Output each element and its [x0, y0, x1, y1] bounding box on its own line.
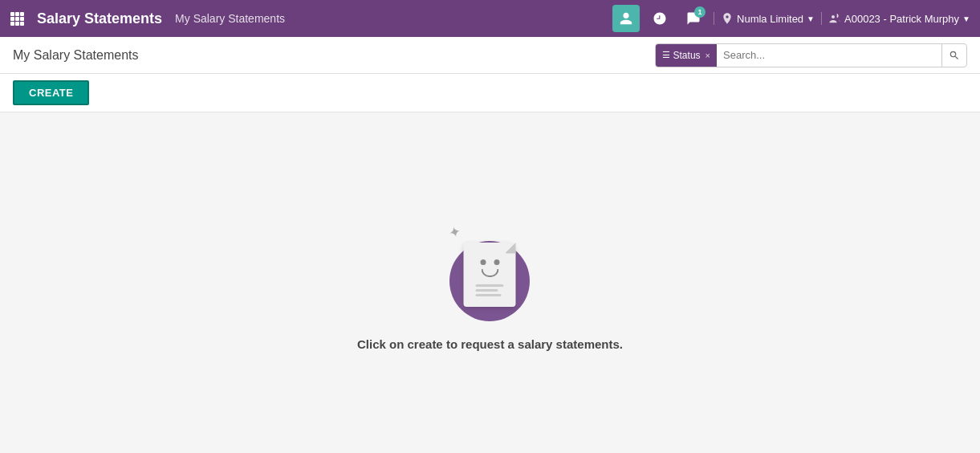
- main-header: Salary Statements My Salary Statements 1…: [0, 0, 980, 37]
- user-name: A00023 - Patrick Murphy: [844, 13, 959, 25]
- svg-rect-0: [10, 12, 14, 16]
- user-icon-btn[interactable]: [612, 5, 640, 32]
- app-title: Salary Statements: [37, 10, 162, 27]
- empty-doc: [464, 243, 516, 307]
- svg-rect-1: [15, 12, 19, 16]
- search-area: ☰ Status ×: [655, 43, 967, 67]
- svg-rect-4: [15, 17, 19, 21]
- doc-line-3: [476, 294, 502, 296]
- search-button[interactable]: [941, 44, 966, 67]
- doc-eyes: [480, 259, 499, 265]
- svg-rect-8: [20, 22, 24, 26]
- chat-badge: 1: [694, 6, 706, 18]
- svg-rect-3: [10, 17, 14, 21]
- chat-icon-btn[interactable]: 1: [680, 5, 707, 32]
- user-selector[interactable]: A00023 - Patrick Murphy ▼: [821, 12, 970, 25]
- company-name: Numla Limited: [737, 13, 803, 25]
- svg-rect-2: [20, 12, 24, 16]
- status-filter-tag: ☰ Status ×: [656, 44, 717, 67]
- doc-fold-icon: [505, 243, 516, 254]
- company-selector[interactable]: Numla Limited ▼: [714, 12, 815, 25]
- nav-link-salary[interactable]: My Salary Statements: [175, 12, 285, 25]
- user-chevron-icon: ▼: [962, 14, 970, 23]
- action-bar: CREATE: [0, 74, 980, 112]
- doc-eye-right: [494, 259, 499, 265]
- filter-close-btn[interactable]: ×: [706, 51, 710, 60]
- doc-eye-left: [480, 259, 486, 265]
- header-right-section: 1 Numla Limited ▼ A00023 - Patrick Murph…: [612, 5, 970, 32]
- empty-state: ✦ Click on create to request a salary st…: [357, 217, 623, 351]
- doc-line-2: [476, 289, 498, 292]
- search-input[interactable]: [717, 44, 941, 67]
- empty-message: Click on create to request a salary stat…: [357, 337, 623, 351]
- page-title: My Salary Statements: [13, 48, 139, 63]
- doc-smile: [481, 269, 498, 277]
- main-content: ✦ Click on create to request a salary st…: [0, 112, 980, 453]
- create-button[interactable]: CREATE: [13, 80, 89, 105]
- toolbar: My Salary Statements ☰ Status ×: [0, 37, 980, 74]
- doc-lines: [476, 284, 504, 296]
- clock-icon-btn[interactable]: [646, 5, 673, 32]
- filter-icon: ☰: [662, 50, 670, 60]
- company-chevron-icon: ▼: [807, 14, 815, 23]
- svg-rect-5: [20, 17, 24, 21]
- grid-menu-icon[interactable]: [10, 11, 24, 26]
- empty-illustration: ✦: [437, 217, 542, 321]
- svg-point-9: [832, 15, 835, 18]
- filter-label: Status: [673, 50, 701, 61]
- doc-line-1: [476, 284, 504, 287]
- spark-icon: ✦: [447, 222, 463, 242]
- svg-rect-6: [10, 22, 14, 26]
- svg-rect-7: [15, 22, 19, 26]
